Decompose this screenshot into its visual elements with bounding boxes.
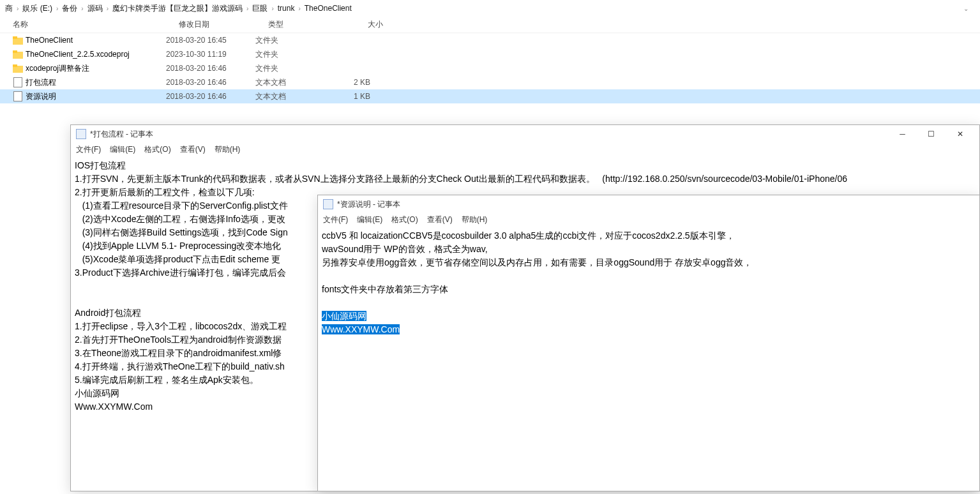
chevron-right-icon: ›	[52, 5, 62, 12]
file-name: xcodeproj调整备注	[26, 63, 89, 74]
file-type: 文件夹	[255, 35, 332, 46]
svg-rect-5	[13, 64, 17, 67]
col-name[interactable]: 名称	[13, 19, 179, 30]
text-file-icon	[13, 77, 23, 87]
file-list: TheOneClient2018-03-20 16:45文件夹TheOneCli…	[0, 33, 980, 103]
file-row[interactable]: TheOneClient_2.2.5.xcodeproj2023-10-30 1…	[0, 47, 980, 61]
breadcrumb-item[interactable]: TheOneClient	[305, 4, 352, 13]
svg-rect-3	[13, 50, 17, 53]
file-list-header: 名称 修改日期 类型 大小	[0, 17, 980, 33]
file-date: 2023-10-30 11:19	[166, 50, 255, 59]
file-name: TheOneClient	[26, 36, 73, 45]
file-row[interactable]: xcodeproj调整备注2018-03-20 16:46文件夹	[0, 61, 980, 75]
breadcrumb-item[interactable]: 备份	[62, 3, 77, 14]
chevron-right-icon: ›	[294, 5, 304, 12]
breadcrumb-item[interactable]: 巨眼	[252, 3, 268, 14]
chevron-right-icon: ›	[13, 5, 22, 12]
file-row[interactable]: 资源说明2018-03-20 16:46文本文档1 KB	[0, 89, 980, 103]
chevron-right-icon: ›	[243, 5, 252, 12]
breadcrumb-item[interactable]: 源码	[87, 3, 103, 14]
breadcrumb-item[interactable]: trunk	[278, 4, 295, 13]
folder-icon	[13, 63, 23, 73]
file-size: 2 KB	[332, 78, 370, 87]
file-type: 文件夹	[255, 63, 332, 74]
file-type: 文件夹	[255, 49, 332, 60]
col-type[interactable]: 类型	[268, 19, 345, 30]
breadcrumb-item[interactable]: 魔幻卡牌类手游【巨龙之眼】游戏源码	[112, 3, 243, 14]
breadcrumb[interactable]: 商› 娱乐 (E:)› 备份› 源码› 魔幻卡牌类手游【巨龙之眼】游戏源码› 巨…	[0, 0, 980, 17]
file-name: 资源说明	[26, 91, 56, 102]
breadcrumb-item[interactable]: 商	[5, 3, 13, 14]
col-size[interactable]: 大小	[345, 19, 383, 30]
file-name: TheOneClient_2.2.5.xcodeproj	[26, 50, 130, 59]
file-date: 2018-03-20 16:46	[166, 78, 255, 87]
text-file-icon	[13, 91, 23, 101]
chevron-right-icon: ›	[77, 5, 87, 12]
file-size: 1 KB	[332, 92, 370, 101]
file-row[interactable]: TheOneClient2018-03-20 16:45文件夹	[0, 33, 980, 47]
file-name: 打包流程	[26, 77, 56, 88]
svg-rect-1	[13, 36, 17, 39]
chevron-right-icon: ›	[103, 5, 112, 12]
file-type: 文本文档	[255, 77, 332, 88]
chevron-right-icon: ›	[268, 5, 277, 12]
file-row[interactable]: 打包流程2018-03-20 16:46文本文档2 KB	[0, 75, 980, 89]
chevron-down-icon[interactable]: ⌄	[963, 5, 975, 12]
col-date[interactable]: 修改日期	[179, 19, 268, 30]
file-date: 2018-03-20 16:45	[166, 36, 255, 45]
folder-icon	[13, 35, 23, 45]
folder-icon	[13, 49, 23, 59]
file-type: 文本文档	[255, 91, 332, 102]
breadcrumb-item[interactable]: 娱乐 (E:)	[22, 3, 52, 14]
file-date: 2018-03-20 16:46	[166, 64, 255, 73]
file-date: 2018-03-20 16:46	[166, 92, 255, 101]
